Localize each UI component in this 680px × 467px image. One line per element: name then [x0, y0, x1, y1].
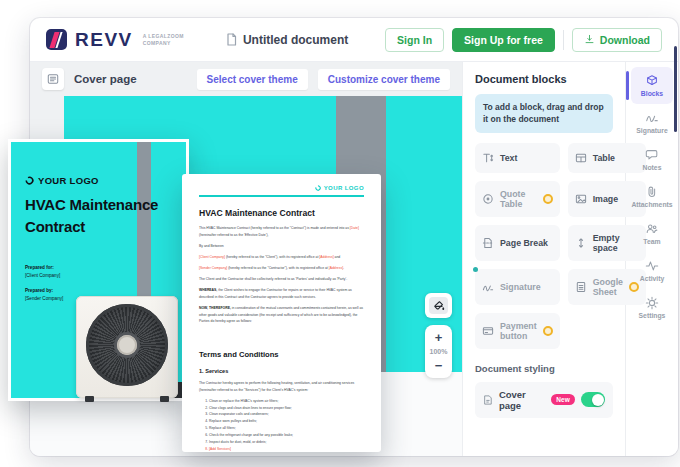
- block-tile-quote-table[interactable]: Quote Table: [475, 181, 560, 217]
- page-divider: [199, 195, 364, 197]
- brand-tagline: A LEGALZOOMCOMPANY: [143, 33, 184, 46]
- new-badge: New: [551, 394, 574, 405]
- contract-paragraph: The Client and the Contractor shall be c…: [199, 276, 364, 283]
- cover-page-doc-icon: [483, 394, 493, 406]
- service-item: Clean evaporator coils and condensers;: [209, 411, 364, 418]
- text-icon: [482, 152, 494, 164]
- revv-logo[interactable]: REVV A LEGALZOOMCOMPANY: [46, 29, 184, 51]
- download-icon: [584, 34, 595, 45]
- block-tile-payment-button[interactable]: Payment button: [475, 313, 560, 349]
- blocks-icon: [645, 74, 659, 88]
- page-logo: YOUR LOGO: [199, 185, 364, 191]
- logo-mark-icon: [315, 185, 321, 191]
- hvac-fan: [86, 304, 168, 386]
- revv-logo-icon: [46, 29, 67, 50]
- side-rail: Blocks Signature Notes Attachments Team …: [625, 62, 678, 456]
- select-cover-theme-button[interactable]: Select cover theme: [197, 69, 308, 90]
- image-icon: [575, 193, 587, 205]
- page-break-icon: [482, 237, 494, 249]
- cover-prepared-block: Prepared for: [Client Company] Prepared …: [25, 264, 63, 303]
- cover-layout-icon: [47, 73, 59, 85]
- logo-mark-icon: [25, 176, 34, 185]
- rail-item-signature[interactable]: Signature: [631, 104, 673, 141]
- document-icon: [226, 33, 237, 46]
- team-icon: [645, 222, 659, 236]
- contract-paragraph: [Client Company] (hereby referred to as …: [199, 254, 364, 261]
- document-title[interactable]: Untitled document: [226, 33, 348, 47]
- header-divider: [563, 30, 564, 50]
- cover-page-label: Cover page: [74, 73, 137, 85]
- zoom-controls: + 100% −: [425, 325, 452, 378]
- services-intro: The Contractor hereby agrees to perform …: [199, 380, 364, 393]
- quote-table-icon: [482, 193, 494, 205]
- gear-icon: [645, 296, 659, 310]
- google-sheet-icon: [575, 281, 587, 293]
- service-item: Inspect ducts for dust, mold, or debris;: [209, 439, 364, 446]
- cover-title: HVAC Maintenance Contract: [25, 194, 161, 238]
- block-tile-text[interactable]: Text: [475, 143, 560, 173]
- terms-heading: Terms and Conditions: [199, 350, 364, 359]
- document-styling-title: Document styling: [475, 363, 613, 374]
- zoom-level: 100%: [430, 348, 448, 355]
- services-list: Clean or replace the HVAC's system air f…: [199, 398, 364, 452]
- service-item: Replace worn pulleys and belts;: [209, 418, 364, 425]
- rail-item-settings[interactable]: Settings: [631, 289, 673, 326]
- service-item: Check the refrigerant charge and for any…: [209, 432, 364, 439]
- download-button[interactable]: Download: [572, 28, 662, 52]
- zoom-out-button[interactable]: −: [435, 359, 443, 372]
- contract-paragraph: WHEREAS, the Client wishes to engage the…: [199, 287, 364, 300]
- service-item: Clean or replace the HVAC's system air f…: [209, 398, 364, 405]
- table-icon: [575, 152, 587, 164]
- service-item: Replace all filters;: [209, 425, 364, 432]
- design-mode-button[interactable]: [425, 293, 452, 318]
- contract-paragraph: NOW, THEREFORE, in consideration of the …: [199, 305, 364, 325]
- rail-item-notes[interactable]: Notes: [631, 141, 673, 178]
- zoom-in-button[interactable]: +: [435, 331, 443, 344]
- premium-badge: [543, 194, 553, 204]
- empty-space-icon: [575, 237, 587, 249]
- signature-drag-dot: [473, 267, 478, 272]
- notes-icon: [645, 148, 659, 162]
- sign-in-button[interactable]: Sign In: [385, 28, 444, 52]
- blocks-grid: Text Table Quote Table Image Page: [475, 143, 613, 349]
- sign-up-button[interactable]: Sign Up for free: [452, 28, 555, 52]
- service-item: [Add Services]: [209, 446, 364, 452]
- signature-icon: [482, 281, 494, 293]
- service-item: Clear clogs and clean drain lines to ens…: [209, 405, 364, 412]
- payment-button-icon: [482, 325, 494, 337]
- cover-logo: YOUR LOGO: [25, 175, 99, 186]
- premium-badge: [543, 326, 553, 336]
- rail-item-blocks[interactable]: Blocks: [631, 67, 673, 104]
- drag-drop-hint: To add a block, drag and drop it on the …: [475, 94, 613, 133]
- contract-paragraph: By and Between: [199, 243, 364, 250]
- rail-item-attachments[interactable]: Attachments: [631, 178, 673, 215]
- signature-icon: [645, 111, 659, 125]
- customize-cover-theme-button[interactable]: Customize cover theme: [318, 69, 450, 90]
- contract-page-preview: YOUR LOGO HVAC Maintenance Contract This…: [182, 174, 381, 452]
- rail-item-activity[interactable]: Activity: [631, 252, 673, 289]
- document-blocks-panel: Document blocks To add a block, drag and…: [462, 62, 625, 456]
- paint-bucket-icon: [429, 297, 448, 314]
- contract-paragraph: This HVAC Maintenance Contract (hereby r…: [199, 225, 364, 238]
- services-heading: 1. Services: [199, 368, 364, 374]
- contract-paragraph: [Sender Company] (hereby referred to as …: [199, 265, 364, 272]
- block-tile-signature[interactable]: Signature: [475, 269, 560, 305]
- contract-title: HVAC Maintenance Contract: [199, 208, 364, 218]
- block-tile-page-break[interactable]: Page Break: [475, 225, 560, 261]
- panel-title: Document blocks: [475, 73, 613, 85]
- activity-pulse-icon: [645, 259, 659, 273]
- canvas-floating-tools: + 100% −: [425, 293, 452, 378]
- cover-page-toggle[interactable]: [581, 392, 605, 407]
- hvac-unit-photo: [76, 296, 178, 398]
- app-header: REVV A LEGALZOOMCOMPANY Untitled documen…: [30, 18, 678, 62]
- rail-item-team[interactable]: Team: [631, 215, 673, 252]
- cover-page-icon-button[interactable]: [42, 68, 64, 90]
- cover-page-styling-row: Cover page New: [475, 382, 613, 418]
- cover-preview-card: YOUR LOGO HVAC Maintenance Contract Prep…: [8, 139, 189, 401]
- paperclip-icon: [645, 185, 659, 199]
- brand-name: REVV: [75, 29, 133, 51]
- window-scrollbar[interactable]: [674, 46, 677, 132]
- cover-toolbar: Cover page Select cover theme Customize …: [30, 62, 462, 96]
- header-actions: Sign In Sign Up for free Download: [385, 28, 662, 52]
